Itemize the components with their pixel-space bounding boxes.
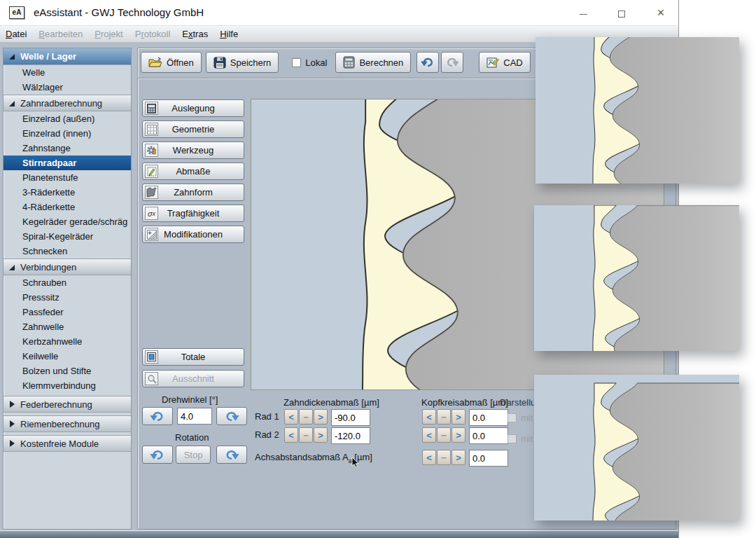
rotation-ccw-button[interactable]: [142, 446, 173, 464]
sidebar-item-stirnradpaar[interactable]: Stirnradpaar: [4, 156, 131, 170]
rotate-ccw-icon: [150, 411, 165, 422]
increase-button[interactable]: >: [451, 409, 465, 425]
minimize-icon: [580, 14, 587, 15]
save-button[interactable]: Speichern: [206, 52, 279, 73]
sidebar-item-klemmverbindung[interactable]: Klemmverbindung: [4, 378, 131, 393]
window-title: eAssistant - GWJ Technology GmbH: [34, 6, 204, 18]
rad1-zahndicke-input[interactable]: [331, 409, 370, 426]
menu-extras[interactable]: Extras: [182, 29, 208, 39]
reset-button[interactable]: −: [299, 409, 313, 425]
sidebar-item-bolzen-und-stifte[interactable]: Bolzen und Stifte: [4, 364, 131, 378]
abmasse-button[interactable]: Abmaße: [142, 163, 244, 180]
sidebar-item-kegelraeder[interactable]: Kegelräder gerade/schräg: [4, 214, 131, 229]
minus-icon: −: [441, 412, 447, 422]
minus-icon: −: [441, 430, 447, 441]
undo-button[interactable]: [416, 52, 439, 73]
sidebar-item-planetenstufe[interactable]: Planetenstufe: [4, 170, 131, 185]
sidebar-item-3-raederkette[interactable]: 3-Räderkette: [4, 185, 131, 200]
decrease-button[interactable]: <: [422, 427, 436, 443]
chevron-right-icon: >: [456, 412, 461, 422]
menu-datei[interactable]: Datei: [6, 29, 27, 39]
sidebar-header-kostenfreie-module[interactable]: Kostenfreie Module: [4, 435, 131, 452]
auslegung-button[interactable]: Auslegung: [142, 99, 244, 117]
minimize-button[interactable]: [567, 0, 599, 26]
lokal-checkbox[interactable]: [292, 58, 301, 67]
increase-button[interactable]: >: [314, 427, 328, 443]
zahnform-icon: [145, 186, 158, 199]
decrease-button[interactable]: <: [284, 427, 298, 443]
reset-button[interactable]: −: [299, 427, 313, 443]
gear-detail-window-2[interactable]: [534, 205, 739, 351]
sidebar-header-welle-lager[interactable]: Welle / Lager: [4, 48, 131, 65]
rad2-zahndicke-input[interactable]: [331, 427, 370, 444]
maximize-button[interactable]: [606, 0, 638, 26]
expanded-triangle-icon: [9, 54, 15, 60]
gear-mesh-drawing: [534, 205, 739, 351]
sidebar-item-keilwelle[interactable]: Keilwelle: [4, 349, 131, 364]
sidebar-navigation: Welle / Lager Welle Wälzlager Zahnradber…: [3, 48, 132, 530]
increase-button[interactable]: >: [314, 409, 328, 425]
rotation-stop-button[interactable]: Stop: [176, 446, 211, 464]
ausschnitt-magnifier-icon: [145, 372, 158, 385]
berechnen-button[interactable]: Berechnen: [335, 52, 411, 73]
geometrie-button[interactable]: Geometrie: [142, 120, 244, 138]
sidebar-header-federberechnung[interactable]: Federberechnung: [4, 396, 131, 413]
modifikationen-button[interactable]: Modifikationen: [142, 226, 244, 243]
darstellung-checkbox-2[interactable]: [507, 434, 517, 443]
menu-bearbeiten[interactable]: Bearbeiten: [38, 29, 83, 39]
sidebar-item-einzelrad-aussen[interactable]: Einzelrad (außen): [4, 111, 131, 126]
decrease-button[interactable]: <: [422, 450, 436, 465]
rad1-kopfkreis-input[interactable]: [469, 409, 508, 426]
sidebar-item-passfeder[interactable]: Passfeder: [4, 305, 131, 319]
rad2-kopfkreis-input[interactable]: [469, 427, 508, 444]
increase-button[interactable]: >: [451, 427, 465, 443]
totale-button[interactable]: Totale: [142, 348, 244, 366]
redo-button[interactable]: [441, 52, 463, 73]
achsabstand-input[interactable]: [469, 450, 508, 467]
gear-detail-window-3[interactable]: [534, 375, 739, 520]
ausschnitt-button[interactable]: Ausschnitt: [142, 370, 244, 387]
gear-detail-window-1[interactable]: [536, 37, 739, 184]
rotate-cw-icon: [224, 411, 239, 422]
sidebar-item-4-raederkette[interactable]: 4-Räderkette: [4, 200, 131, 214]
werkzeug-button[interactable]: Werkzeug: [142, 142, 244, 159]
increase-button[interactable]: >: [451, 450, 465, 465]
drehwinkel-input[interactable]: [177, 408, 212, 425]
reset-button[interactable]: −: [437, 450, 451, 465]
decrease-button[interactable]: <: [422, 409, 436, 425]
sidebar-item-welle[interactable]: Welle: [4, 65, 131, 80]
gear-mesh-drawing: [536, 37, 739, 184]
sidebar-item-kerbzahnwelle[interactable]: Kerbzahnwelle: [4, 334, 131, 349]
sidebar-item-waelzlager[interactable]: Wälzlager: [4, 80, 131, 95]
tragfaehigkeit-button[interactable]: σx Tragfähigkeit: [142, 205, 244, 222]
sidebar-header-riemenberechnung[interactable]: Riemenberechnung: [4, 415, 131, 432]
sidebar-item-einzelrad-innen[interactable]: Einzelrad (innen): [4, 126, 131, 141]
rotate-cw-step-button[interactable]: [216, 407, 247, 425]
drehwinkel-label: Drehwinkel [°]: [162, 394, 218, 405]
rotate-ccw-step-button[interactable]: [142, 407, 173, 425]
menu-projekt[interactable]: Projekt: [94, 29, 122, 39]
sidebar-item-zahnstange[interactable]: Zahnstange: [4, 141, 131, 156]
open-button[interactable]: Öffnen: [141, 52, 202, 73]
close-button[interactable]: ×: [645, 0, 677, 26]
reset-button[interactable]: −: [437, 427, 451, 443]
totale-icon: [145, 350, 158, 364]
sidebar-item-schrauben[interactable]: Schrauben: [4, 275, 131, 290]
sidebar-item-zahnwelle[interactable]: Zahnwelle: [4, 319, 131, 334]
darstellung-checkbox-1[interactable]: [507, 413, 517, 422]
sidebar-item-schnecken[interactable]: Schnecken: [4, 244, 131, 258]
sidebar-header-verbindungen[interactable]: Verbindungen: [4, 258, 131, 275]
redo-icon: [445, 57, 459, 68]
auslegung-icon: [145, 102, 158, 115]
menu-protokoll[interactable]: Protokoll: [135, 29, 171, 39]
sidebar-item-presssitz[interactable]: Presssitz: [4, 290, 131, 305]
reset-button[interactable]: −: [437, 409, 451, 425]
sidebar-header-zahnradberechnung[interactable]: Zahnradberechnung: [4, 95, 131, 111]
darstellung-header: Darstellu: [500, 397, 536, 408]
sidebar-item-spiral-kegelraeder[interactable]: Spiral-Kegelräder: [4, 229, 131, 244]
rotation-cw-button[interactable]: [216, 446, 247, 464]
menu-hilfe[interactable]: Hilfe: [220, 29, 238, 39]
cad-button[interactable]: CAD: [479, 52, 530, 73]
zahnform-button[interactable]: Zahnform: [142, 184, 244, 201]
decrease-button[interactable]: <: [284, 409, 298, 425]
